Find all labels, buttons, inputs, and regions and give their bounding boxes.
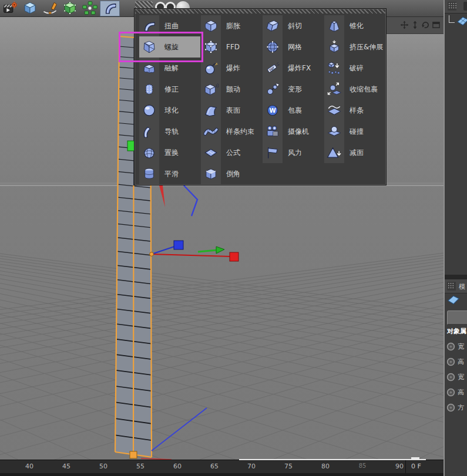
toggle-view-icon bbox=[432, 21, 441, 29]
spherify-icon bbox=[142, 103, 157, 118]
menu-item-spline-deformer[interactable]: 样条 bbox=[324, 100, 385, 121]
menu-item-label: 表面 bbox=[221, 106, 240, 116]
menu-item-label: 斜切 bbox=[283, 21, 302, 31]
array-object-button[interactable] bbox=[80, 1, 100, 16]
record-radio-icon[interactable] bbox=[446, 342, 455, 351]
point-handle[interactable] bbox=[130, 451, 137, 458]
menu-item-label: 变形 bbox=[283, 85, 302, 94]
menu-item-wind[interactable]: 风力 bbox=[263, 142, 324, 163]
render-settings-icon bbox=[2, 1, 18, 16]
cube-primitive-button[interactable] bbox=[20, 1, 40, 16]
viewport-rotate-button[interactable] bbox=[421, 21, 430, 29]
ruler-tick-80: 80 bbox=[317, 463, 334, 470]
bend-deformer-button[interactable] bbox=[100, 1, 120, 16]
formula-icon-cell bbox=[201, 142, 221, 163]
menu-item-wrap[interactable]: W包裹 bbox=[263, 100, 324, 121]
menu-item-label: 融解 bbox=[159, 63, 179, 73]
menu-item-squash-stretch[interactable]: 挤压&伸展 bbox=[324, 36, 385, 58]
menu-item-correction[interactable]: 修正 bbox=[139, 79, 200, 100]
camera-deformer-icon-cell bbox=[263, 121, 283, 142]
attribute-row: 方 bbox=[446, 401, 467, 413]
menu-item-morph[interactable]: 变形 bbox=[263, 79, 324, 100]
editable-mesh-button[interactable] bbox=[60, 1, 80, 16]
attribute-tab-button[interactable] bbox=[447, 310, 467, 325]
menu-item-ffd[interactable]: FFD bbox=[201, 36, 262, 58]
menu-item-label: 摄像机 bbox=[283, 127, 309, 137]
menu-item-explode[interactable]: 爆炸 bbox=[201, 58, 262, 79]
menu-item-label: 膨胀 bbox=[221, 21, 240, 31]
explosion-fx-icon: TNT bbox=[265, 60, 280, 76]
wind-icon bbox=[265, 145, 280, 160]
spline-wrap-icon-cell bbox=[201, 121, 221, 142]
menu-item-shrink-wrap[interactable]: 收缩包裹 bbox=[324, 79, 385, 100]
explode-icon-cell bbox=[201, 58, 221, 79]
morph-icon-cell bbox=[263, 79, 283, 100]
squash-stretch-icon bbox=[327, 39, 342, 55]
frame-counter-field[interactable]: 0 F bbox=[411, 463, 421, 470]
menu-item-camera-deformer[interactable]: 摄像机 bbox=[263, 121, 324, 142]
viewport-zoom-button[interactable] bbox=[411, 21, 419, 29]
menu-item-surface[interactable]: 表面 bbox=[201, 100, 262, 121]
menu-item-shear[interactable]: 斜切 bbox=[263, 15, 324, 36]
attribute-mode-label[interactable]: 模 bbox=[459, 282, 465, 291]
attribute-object-icon[interactable] bbox=[447, 295, 460, 305]
menu-item-smooth[interactable]: 平滑 bbox=[139, 163, 200, 184]
record-radio-icon[interactable] bbox=[446, 388, 455, 397]
ffd-icon bbox=[203, 39, 219, 55]
timeline-slider-line[interactable] bbox=[239, 459, 426, 460]
attribute-manager-header: 模 bbox=[445, 279, 467, 293]
correction-icon-cell bbox=[139, 79, 159, 100]
spline-pen-button[interactable] bbox=[40, 1, 60, 16]
menu-item-label: 收缩包裹 bbox=[344, 85, 378, 94]
attribute-label: 方 bbox=[458, 403, 464, 412]
menu-item-bevel[interactable]: 倒角 bbox=[201, 163, 262, 184]
record-radio-icon[interactable] bbox=[446, 373, 455, 382]
x-axis-handle[interactable] bbox=[230, 252, 238, 261]
menu-item-rail[interactable]: 导轨 bbox=[139, 121, 200, 142]
menu-item-shatter[interactable]: 破碎 bbox=[324, 58, 385, 79]
menu-item-label: 碰撞 bbox=[344, 127, 364, 137]
menu-item-explosion-fx[interactable]: TNT爆炸FX bbox=[263, 58, 324, 79]
panel-divider[interactable] bbox=[445, 275, 467, 279]
taper-icon bbox=[327, 18, 342, 33]
bend-deformer-icon bbox=[102, 1, 117, 16]
viewport-pan-button[interactable] bbox=[400, 21, 409, 29]
plane-object-icon[interactable] bbox=[456, 16, 467, 26]
menu-item-spline-wrap[interactable]: 样条约束 bbox=[201, 121, 262, 142]
record-radio-icon[interactable] bbox=[446, 357, 455, 366]
editable-mesh-icon bbox=[62, 1, 78, 16]
attributes-grid-icon[interactable] bbox=[447, 282, 456, 291]
menu-item-displace[interactable]: 置换 bbox=[139, 142, 200, 163]
svg-text:W: W bbox=[269, 107, 276, 114]
render-settings-button[interactable] bbox=[0, 1, 20, 16]
cinema4d-window: 扭曲螺旋融解修正球化导轨置换平滑膨胀FFD爆炸颤动表面样条约束公式倒角斜切网格T… bbox=[0, 0, 467, 476]
ruler-tick-50: 50 bbox=[95, 463, 112, 470]
z-axis-handle[interactable] bbox=[174, 241, 183, 249]
menu-item-label: 样条 bbox=[344, 106, 364, 116]
menu-item-label: 包裹 bbox=[283, 106, 302, 116]
timeline-ruler[interactable]: 0 F ▲▼ 4045505560657075808590 bbox=[0, 460, 467, 474]
menu-tear-strip[interactable] bbox=[135, 9, 385, 13]
gizmo-center[interactable] bbox=[150, 252, 154, 256]
menu-item-taper[interactable]: 锥化 bbox=[324, 15, 385, 36]
jiggle-icon bbox=[203, 82, 219, 97]
menu-item-collision[interactable]: 碰撞 bbox=[324, 121, 385, 142]
menu-item-polygon-reduction[interactable]: 减面 bbox=[324, 142, 385, 163]
timeline-slider-handle[interactable] bbox=[411, 457, 419, 460]
menu-item-bulge[interactable]: 膨胀 bbox=[201, 15, 262, 36]
ruler-tick-45: 45 bbox=[58, 463, 75, 470]
bevel-icon bbox=[203, 166, 219, 181]
record-radio-icon[interactable] bbox=[446, 403, 455, 412]
palette-grid-icon[interactable] bbox=[448, 2, 456, 11]
menu-item-jiggle[interactable]: 颤动 bbox=[201, 79, 262, 100]
viewport-toggle-view-button[interactable] bbox=[432, 21, 441, 29]
spline-deformer-icon-cell bbox=[324, 100, 344, 121]
ffd-icon-cell bbox=[201, 36, 221, 58]
menu-item-formula[interactable]: 公式 bbox=[201, 142, 262, 163]
spline-deformer-icon bbox=[327, 103, 342, 118]
menu-item-spherify[interactable]: 球化 bbox=[139, 100, 200, 121]
menu-item-label: 风力 bbox=[283, 148, 302, 158]
ruler-tick-40: 40 bbox=[21, 463, 38, 470]
menu-item-mesh[interactable]: 网格 bbox=[263, 36, 324, 58]
ruler-tick-85: 85 bbox=[354, 463, 371, 469]
